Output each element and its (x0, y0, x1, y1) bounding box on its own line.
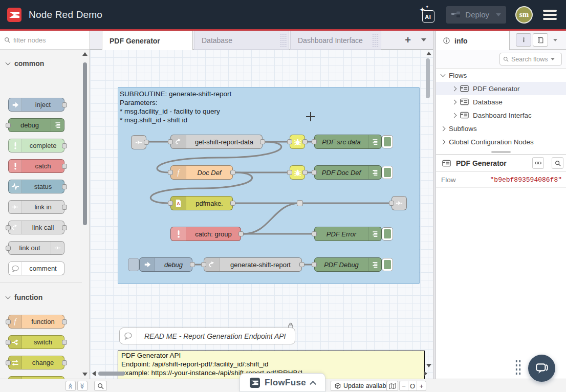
palette-node-switch[interactable]: switch (8, 335, 64, 349)
canvas-scroll-right-icon[interactable] (424, 371, 427, 376)
input-port[interactable] (168, 170, 173, 175)
sidebar-info-button[interactable] (516, 33, 531, 47)
palette-expand-all-button[interactable]: ≪ (77, 381, 88, 391)
input-port[interactable] (201, 262, 206, 267)
scroll-up-icon[interactable] (82, 52, 88, 56)
output-port[interactable] (62, 360, 67, 365)
node-link-in[interactable] (131, 135, 146, 149)
tab-dashboard-interface[interactable]: Dashboard Interface (290, 31, 381, 50)
palette-node-status[interactable]: status (8, 180, 64, 193)
node-trace-bug-2[interactable] (290, 165, 305, 180)
add-tab-button[interactable]: + (401, 34, 415, 46)
tab-list-caret-icon[interactable] (421, 38, 426, 41)
input-port[interactable] (6, 246, 11, 251)
palette-node-inject[interactable]: inject (8, 98, 64, 112)
output-port[interactable] (190, 262, 195, 267)
deploy-caret-icon[interactable] (496, 13, 501, 16)
view-navigator-button[interactable] (386, 381, 398, 391)
palette-node-debug[interactable]: debug (8, 118, 64, 132)
palette-filter-input[interactable] (13, 36, 75, 44)
debug-enable-toggle[interactable] (382, 258, 393, 271)
output-port[interactable] (62, 184, 67, 189)
zoom-in-button[interactable]: + (417, 381, 426, 390)
palette-scrollbar-thumb[interactable] (83, 62, 87, 225)
output-port[interactable] (62, 225, 67, 230)
output-port[interactable] (230, 170, 235, 175)
palette-node-catch[interactable]: catch (8, 159, 64, 173)
wire-junction[interactable] (297, 200, 303, 206)
zoom-reset-button[interactable]: O (408, 381, 417, 390)
palette-scrollbar[interactable] (82, 56, 88, 372)
node-doc-def[interactable]: f Doc Def (170, 165, 233, 180)
search-node-button[interactable] (552, 157, 563, 169)
palette-node-link-in[interactable]: link in (8, 200, 64, 214)
inject-button[interactable] (128, 258, 139, 271)
output-port[interactable] (62, 205, 67, 210)
output-port[interactable] (62, 164, 67, 169)
chat-drag-handle[interactable] (515, 359, 521, 375)
sidebar-help-button[interactable] (533, 33, 548, 47)
input-port[interactable] (6, 319, 11, 324)
node-get-shift-report-data[interactable]: get-shift-report-data (170, 135, 263, 149)
tree-row-pdf-generator[interactable]: PDF Generator (436, 82, 566, 95)
node-pdf-debug[interactable]: PDF Debug (314, 257, 382, 272)
input-port[interactable] (287, 170, 292, 175)
tree-row-flows[interactable]: Flows (436, 69, 566, 82)
palette-collapse-all-button[interactable]: ≪ (66, 381, 76, 391)
palette-category-common[interactable]: common (0, 52, 49, 73)
canvas-vscroll-thumb[interactable] (426, 58, 430, 98)
output-port[interactable] (299, 262, 304, 267)
node-comment-readme[interactable]: READ ME - Report Generation Endpoint API (119, 328, 295, 344)
output-port[interactable] (62, 319, 67, 324)
user-avatar[interactable]: sm (515, 6, 533, 24)
node-pdf-doc-def[interactable]: PDF Doc Def (314, 165, 382, 180)
input-port[interactable] (6, 123, 11, 128)
tree-row-global-config[interactable]: Global Configuration Nodes (436, 135, 566, 148)
zoom-out-button[interactable]: − (400, 381, 408, 390)
canvas-scroll-up-icon[interactable] (426, 52, 431, 55)
node-debug-inject[interactable]: debug (139, 257, 192, 272)
canvas-scroll-left-icon[interactable] (92, 371, 96, 376)
search-flows-footer-button[interactable] (94, 381, 107, 391)
search-flows-box[interactable] (499, 53, 562, 66)
output-port[interactable] (230, 201, 235, 206)
output-port[interactable] (302, 139, 308, 144)
chat-button[interactable] (528, 355, 555, 382)
input-port[interactable] (312, 170, 317, 175)
input-port[interactable] (6, 340, 11, 345)
tab-pdf-generator[interactable]: PDF Generator (102, 31, 193, 50)
palette-node-comment[interactable]: comment (8, 262, 64, 275)
input-port[interactable] (6, 225, 11, 230)
tab-database[interactable]: Database (194, 31, 289, 50)
palette-category-function[interactable]: function (0, 286, 82, 307)
tree-row-database[interactable]: Database (436, 95, 566, 108)
flowfuse-panel-button[interactable]: FlowFuse (240, 373, 325, 392)
palette-node-change[interactable]: change (8, 356, 64, 369)
output-port[interactable] (302, 170, 308, 175)
input-port[interactable] (287, 139, 292, 144)
input-port[interactable] (6, 360, 11, 365)
update-available-badge[interactable]: Update available (331, 381, 395, 391)
search-flows-input[interactable] (511, 56, 548, 63)
tree-row-subflows[interactable]: Subflows (436, 122, 566, 135)
node-trace-bug-1[interactable] (290, 135, 305, 149)
output-port[interactable] (62, 102, 67, 107)
canvas-hscroll-thumb[interactable] (98, 372, 125, 376)
output-port[interactable] (260, 139, 265, 144)
sidebar-tab-info[interactable]: info (436, 31, 510, 50)
node-pdf-src-data[interactable]: PDF src data (314, 135, 382, 149)
copy-link-button[interactable] (532, 157, 544, 169)
node-pdfmake[interactable]: A pdfmake. (170, 196, 233, 210)
debug-enable-toggle[interactable] (382, 227, 393, 241)
tree-row-dashboard-interface[interactable]: Dashboard Interfac (436, 108, 566, 122)
palette-node-link-call[interactable]: link call (8, 221, 64, 234)
flow-canvas[interactable]: SUBROUTINE: generate-shift-report Parame… (90, 50, 433, 379)
output-port[interactable] (144, 140, 149, 145)
input-port[interactable] (312, 139, 317, 144)
input-port[interactable] (312, 231, 317, 236)
input-port[interactable] (312, 262, 317, 267)
palette-node-function[interactable]: f function (8, 315, 64, 329)
palette-node-complete[interactable]: complete (8, 139, 64, 153)
debug-enable-toggle[interactable] (382, 166, 393, 179)
sidebar-menu-caret-icon[interactable] (553, 39, 557, 41)
